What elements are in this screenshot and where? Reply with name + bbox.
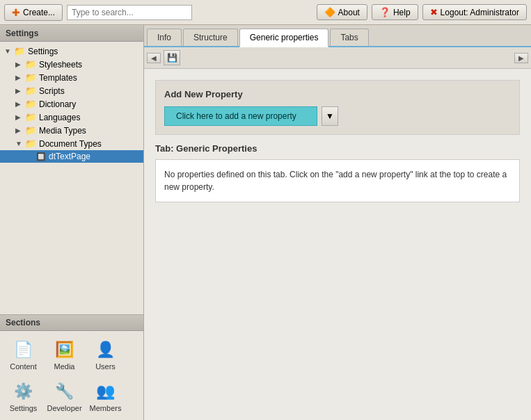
developer-icon: 🔧 (54, 380, 76, 403)
about-label: About (338, 8, 360, 17)
members-icon: 👥 (95, 380, 117, 403)
media-icon: 🖼️ (54, 339, 76, 361)
section-item-settings[interactable]: ⚙️ Settings (4, 377, 42, 416)
about-icon: 🔶 (324, 7, 335, 17)
arrow-icon: ▶ (15, 60, 25, 68)
folder-icon: 📁 (14, 46, 25, 56)
tab-structure[interactable]: Structure (183, 29, 238, 46)
save-button[interactable]: 💾 (164, 50, 180, 65)
tab-section-title: Tab: Generic Properties (155, 143, 520, 154)
sidebar-item-scripts[interactable]: ▶ 📁 Scripts (0, 84, 143, 97)
logout-button[interactable]: ✖ Logout: Administrator (422, 4, 527, 20)
section-item-developer[interactable]: 🔧 Developer (45, 377, 84, 416)
create-icon: ✚ (12, 7, 20, 18)
folder-icon: 📁 (25, 125, 36, 136)
chevron-down-icon: ▼ (326, 111, 334, 121)
add-property-dropdown-button[interactable]: ▼ (322, 106, 338, 126)
tab-generic-properties[interactable]: Generic properties (239, 29, 329, 47)
help-label: Help (393, 8, 411, 17)
tab-tabs[interactable]: Tabs (330, 29, 368, 46)
nav-back-button[interactable]: ◀ (147, 53, 161, 63)
doc-icon: 🔲 (36, 152, 46, 161)
content-icon: 📄 (13, 339, 35, 361)
sections-header: Sections (0, 315, 143, 331)
sidebar-item-templates[interactable]: ▶ 📁 Templates (0, 71, 143, 84)
tab-bar: Info Structure Generic properties Tabs (144, 25, 531, 47)
toolbar: ✚ Create... 🔶 About ❓ Help ✖ Logout: Adm… (0, 0, 531, 25)
about-button[interactable]: 🔶 About (317, 4, 367, 20)
sidebar-item-languages[interactable]: ▶ 📁 Languages (0, 111, 143, 124)
create-button[interactable]: ✚ Create... (4, 4, 63, 21)
tab-info[interactable]: Info (147, 29, 182, 46)
arrow-icon: ▶ (15, 74, 25, 81)
arrow-icon: ▶ (15, 113, 25, 121)
arrow-icon (26, 153, 36, 161)
sidebar-item-dictionary[interactable]: ▶ 📁 Dictionary (0, 97, 143, 111)
content-panel: Add New Property Click here to add a new… (144, 69, 531, 420)
sidebar-item-media-types[interactable]: ▶ 📁 Media Types (0, 124, 143, 137)
sidebar-item-dtTextPage[interactable]: 🔲 dtTextPage (0, 150, 143, 163)
arrow-icon: ▶ (15, 100, 25, 108)
help-icon: ❓ (379, 7, 390, 17)
sidebar-item-settings[interactable]: ▼ 📁 Settings (0, 45, 143, 58)
sidebar-tree: ▼ 📁 Settings ▶ 📁 Stylesheets ▶ 📁 Templat… (0, 42, 143, 314)
arrow-icon: ▼ (4, 47, 14, 55)
arrow-icon: ▼ (15, 140, 25, 147)
tab-generic-properties-section: Tab: Generic Properties No properties de… (155, 143, 520, 202)
folder-icon: 📁 (25, 59, 36, 70)
no-properties-box: No properties defined on this tab. Click… (155, 159, 520, 202)
content-area: Info Structure Generic properties Tabs ◀… (144, 25, 531, 420)
folder-icon: 📁 (25, 99, 36, 109)
main-layout: Settings ▼ 📁 Settings ▶ 📁 Stylesheets ▶ … (0, 25, 531, 420)
save-icon: 💾 (167, 53, 177, 63)
arrow-icon: ▶ (15, 87, 25, 95)
sidebar-item-stylesheets[interactable]: ▶ 📁 Stylesheets (0, 58, 143, 71)
folder-icon: 📁 (25, 72, 36, 83)
nav-forward-button[interactable]: ▶ (514, 53, 528, 63)
add-property-button[interactable]: Click here to add a new property (164, 106, 317, 126)
folder-icon: 📁 (25, 86, 36, 96)
sections-grid: 📄 Content 🖼️ Media 👤 Users ⚙️ Settings 🔧 (0, 331, 143, 420)
section-item-users[interactable]: 👤 Users (86, 335, 125, 374)
logout-label: Logout: Administrator (441, 8, 519, 17)
sidebar-item-document-types[interactable]: ▼ 📁 Document Types (0, 137, 143, 150)
sidebar: Settings ▼ 📁 Settings ▶ 📁 Stylesheets ▶ … (0, 25, 144, 420)
sidebar-section-header: Settings (0, 25, 143, 42)
add-property-section: Add New Property Click here to add a new… (155, 80, 520, 135)
logout-icon: ✖ (430, 7, 438, 17)
search-input[interactable] (67, 5, 192, 20)
section-item-content[interactable]: 📄 Content (4, 335, 42, 374)
users-icon: 👤 (95, 339, 117, 361)
folder-icon: 📁 (25, 138, 36, 149)
section-item-members[interactable]: 👥 Members (86, 377, 125, 416)
arrow-icon: ▶ (15, 127, 25, 134)
folder-icon: 📁 (25, 112, 36, 122)
settings-icon: ⚙️ (13, 380, 35, 403)
sections-panel: Sections 📄 Content 🖼️ Media 👤 Users ⚙️ S (0, 314, 143, 420)
help-button[interactable]: ❓ Help (372, 4, 418, 20)
add-property-title: Add New Property (164, 89, 511, 99)
add-property-row: Click here to add a new property ▼ (164, 106, 511, 126)
nav-arrows-bar: ◀ 💾 ▶ (144, 47, 531, 69)
section-item-media[interactable]: 🖼️ Media (45, 335, 84, 374)
create-label: Create... (23, 8, 55, 17)
